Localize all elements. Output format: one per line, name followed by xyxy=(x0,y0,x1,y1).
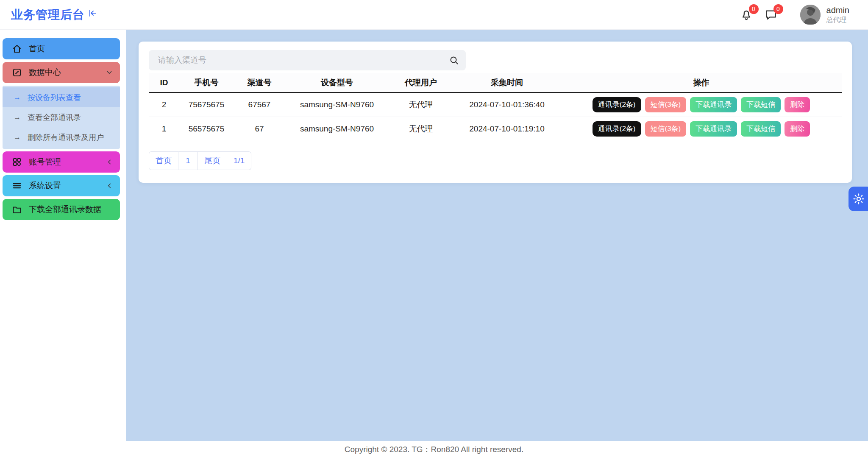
sidebar-item-label: 账号管理 xyxy=(29,156,61,168)
main-content: ID 手机号 渠道号 设备型号 代理用户 采集时间 操作 2 75675675 … xyxy=(126,30,868,441)
search-icon[interactable] xyxy=(449,55,459,65)
messages-button[interactable]: 0 xyxy=(764,8,778,22)
col-device: 设备型号 xyxy=(285,73,389,92)
device-table: ID 手机号 渠道号 设备型号 代理用户 采集时间 操作 2 75675675 … xyxy=(149,73,842,141)
sidebar-item-label: 下载全部通讯录数据 xyxy=(29,204,101,215)
user-role: 总代理 xyxy=(826,16,849,24)
home-icon xyxy=(12,44,22,54)
row-actions: 通讯录(2条) 短信(3条) 下载通讯录 下载短信 删除 xyxy=(561,121,842,137)
user-menu[interactable]: admin 总代理 xyxy=(800,5,849,25)
delete-button[interactable]: 删除 xyxy=(785,97,810,112)
table-row: 1 56575675 67 samsung-SM-N9760 无代理 2024-… xyxy=(149,117,842,141)
chevron-down-icon xyxy=(106,69,113,76)
cell-channel: 67567 xyxy=(234,92,285,117)
cell-id: 1 xyxy=(149,117,179,141)
sidebar-item-data-center[interactable]: 数据中心 xyxy=(3,62,120,83)
topbar-right: 0 0 admin 总代理 xyxy=(740,5,868,25)
sidebar-item-home[interactable]: 首页 xyxy=(3,38,120,59)
chevron-left-icon xyxy=(106,158,113,166)
sidebar-item-accounts[interactable]: 账号管理 xyxy=(3,151,120,173)
submenu-item-label: 查看全部通讯录 xyxy=(28,112,81,123)
submenu-item-view-all-contacts[interactable]: → 查看全部通讯录 xyxy=(3,107,120,127)
cell-id: 2 xyxy=(149,92,179,117)
sidebar-item-download-all[interactable]: 下载全部通讯录数据 xyxy=(3,199,120,220)
arrow-right-icon: → xyxy=(14,93,21,102)
grid-icon xyxy=(12,157,22,167)
delete-button[interactable]: 删除 xyxy=(785,121,810,137)
col-channel: 渠道号 xyxy=(234,73,285,92)
pagination: 首页 1 尾页 1/1 xyxy=(149,151,842,170)
footer: Copyright © 2023. TG：Ron820 All right re… xyxy=(0,441,868,458)
chevron-left-icon xyxy=(106,182,113,190)
download-contacts-button[interactable]: 下载通讯录 xyxy=(690,97,737,112)
cell-phone: 75675675 xyxy=(179,92,234,117)
table-row: 2 75675675 67567 samsung-SM-N9760 无代理 20… xyxy=(149,92,842,117)
sidebar-item-label: 系统设置 xyxy=(29,180,61,191)
submenu-item-delete-all[interactable]: → 删除所有通讯录及用户 xyxy=(3,127,120,147)
copyright-text: Copyright © 2023. TG：Ron820 All right re… xyxy=(345,444,523,455)
notifications-button[interactable]: 0 xyxy=(740,8,753,22)
pagination-page-1[interactable]: 1 xyxy=(178,151,198,170)
cell-phone: 56575675 xyxy=(179,117,234,141)
col-agent: 代理用户 xyxy=(389,73,453,92)
col-id: ID xyxy=(149,73,179,92)
hamburger-icon xyxy=(12,181,22,191)
notification-badge: 0 xyxy=(749,4,759,14)
row-actions: 通讯录(2条) 短信(3条) 下载通讯录 下载短信 删除 xyxy=(561,97,842,112)
app-title: 业务管理后台 xyxy=(11,7,85,23)
avatar xyxy=(800,5,821,25)
user-name: admin xyxy=(826,5,849,16)
sms-button[interactable]: 短信(3条) xyxy=(645,97,687,112)
contacts-button[interactable]: 通讯录(2条) xyxy=(593,121,641,137)
arrow-right-icon: → xyxy=(14,113,21,122)
user-meta: admin 总代理 xyxy=(826,5,849,24)
contacts-button[interactable]: 通讯录(2条) xyxy=(593,97,641,112)
topbar-divider xyxy=(789,6,789,24)
message-badge: 0 xyxy=(773,4,783,14)
cell-time: 2024-07-10-01:19:10 xyxy=(453,117,561,141)
brand: 业务管理后台 xyxy=(0,7,126,23)
cell-device: samsung-SM-N9760 xyxy=(285,117,389,141)
cell-agent: 无代理 xyxy=(389,92,453,117)
sidebar: 首页 数据中心 → 按设备列表查看 → 查看全部通讯录 → 删除所有通讯录及用户 xyxy=(0,30,126,441)
settings-fab[interactable] xyxy=(849,187,868,211)
pagination-last[interactable]: 尾页 xyxy=(198,151,227,170)
download-sms-button[interactable]: 下载短信 xyxy=(741,97,781,112)
cell-time: 2024-07-10-01:36:40 xyxy=(453,92,561,117)
sidebar-item-system-settings[interactable]: 系统设置 xyxy=(3,175,120,196)
device-list-card: ID 手机号 渠道号 设备型号 代理用户 采集时间 操作 2 75675675 … xyxy=(139,42,852,183)
sms-button[interactable]: 短信(3条) xyxy=(645,121,687,137)
sidebar-item-label: 数据中心 xyxy=(29,67,61,78)
col-actions: 操作 xyxy=(561,73,842,92)
sidebar-item-label: 首页 xyxy=(29,43,45,54)
submenu-item-label: 删除所有通讯录及用户 xyxy=(28,132,104,142)
col-phone: 手机号 xyxy=(179,73,234,92)
topbar: 业务管理后台 0 0 xyxy=(0,0,868,30)
cell-agent: 无代理 xyxy=(389,117,453,141)
gear-icon xyxy=(852,193,865,205)
edit-square-icon xyxy=(12,67,22,78)
pagination-first[interactable]: 首页 xyxy=(149,151,178,170)
search-bar xyxy=(149,50,466,70)
submenu-item-label: 按设备列表查看 xyxy=(28,92,81,103)
arrow-right-icon: → xyxy=(14,133,21,142)
collapse-sidebar-icon[interactable] xyxy=(87,8,97,18)
data-center-submenu: → 按设备列表查看 → 查看全部通讯录 → 删除所有通讯录及用户 xyxy=(3,86,120,149)
download-sms-button[interactable]: 下载短信 xyxy=(741,121,781,137)
submenu-item-device-list[interactable]: → 按设备列表查看 xyxy=(3,87,120,107)
cell-channel: 67 xyxy=(234,117,285,141)
cell-device: samsung-SM-N9760 xyxy=(285,92,389,117)
folder-icon xyxy=(12,204,22,215)
search-input[interactable] xyxy=(158,56,449,65)
pagination-ratio: 1/1 xyxy=(227,151,251,170)
col-time: 采集时间 xyxy=(453,73,561,92)
table-header-row: ID 手机号 渠道号 设备型号 代理用户 采集时间 操作 xyxy=(149,73,842,92)
download-contacts-button[interactable]: 下载通讯录 xyxy=(690,121,737,137)
